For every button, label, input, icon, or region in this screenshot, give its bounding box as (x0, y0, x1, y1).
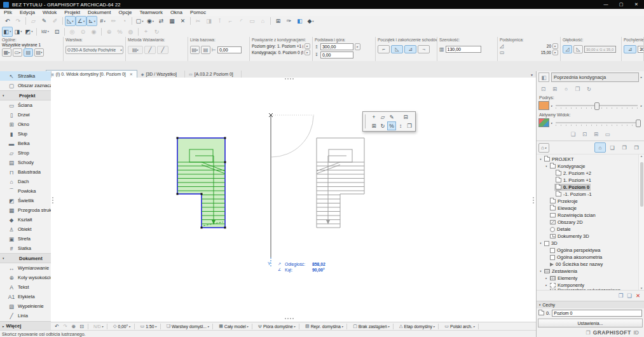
inject-parameters-icon[interactable]: ✐ (50, 16, 60, 26)
tree-item[interactable]: ▸ Elementy (537, 275, 644, 282)
mirror-icon[interactable]: % (387, 121, 396, 130)
explode-icon[interactable]: ✕ (177, 16, 188, 26)
floor-plan-canvas[interactable]: Y (51, 78, 536, 322)
menu-item[interactable]: Okna (167, 10, 186, 15)
modify-icon[interactable]: ⌂ (257, 16, 268, 26)
top-offset-flyout[interactable]: ▸ (355, 43, 360, 50)
tree-item[interactable]: 2. Poziom +2 (537, 170, 644, 177)
settings-button[interactable]: Ustawienia... (538, 319, 643, 327)
model-view-select[interactable]: ▦ Cały model ▸ (217, 324, 256, 329)
menu-item[interactable]: Widok (39, 10, 60, 15)
resize-icon[interactable]: ▭ (247, 16, 257, 26)
toolbox-item[interactable]: ▾ Projekt (0, 90, 51, 100)
menu-item[interactable]: Projekt (60, 10, 84, 15)
tree-twisty-icon[interactable]: ▸ (544, 277, 549, 280)
rotate-reference-icon[interactable]: ○ (561, 85, 571, 93)
arc-method-button[interactable]: ╱ (157, 46, 168, 54)
tree-item[interactable]: ▸ Komponenty (537, 282, 644, 289)
toolbox-item[interactable]: A Tekst (0, 282, 51, 292)
tree-scrollbar-thumb[interactable] (640, 162, 643, 207)
end-with-tread-icon[interactable]: ¬ (418, 45, 430, 53)
favorites-icon[interactable]: ◆ (305, 16, 316, 26)
suspend-groups-icon[interactable]: ◉ (145, 16, 156, 26)
toolbox-item[interactable]: ▦ Przegroda struktur... (0, 205, 51, 215)
width-input[interactable] (446, 46, 481, 53)
toolbox-item[interactable]: ⌒ Powłoka (0, 186, 51, 196)
segment-method-button[interactable]: ╱ (144, 46, 156, 54)
next-zoom-icon[interactable]: ↷ (61, 324, 69, 329)
end-with-riser-icon[interactable]: ⊿ (404, 45, 416, 53)
layer-select[interactable]: ⊙ 250-A Schody Pochylnie ▸ (65, 46, 123, 54)
pickup-parameters-icon[interactable]: ✎ (39, 16, 50, 26)
floor-plan-view-icon[interactable]: ◧ (2, 27, 13, 37)
increase-zoom-icon[interactable]: ⊕ (69, 324, 78, 329)
toolbox-item[interactable]: ⊞ Okno (0, 120, 51, 129)
layer-combination-select[interactable]: ❏ Warstwy domyśl... ▸ (165, 324, 217, 329)
move-copy-icon[interactable]: ⊞ (273, 16, 284, 26)
slider-thumb[interactable] (636, 120, 641, 127)
riser-count-flyout[interactable]: ▸ (552, 43, 558, 49)
baseline-symmetry-button[interactable]: ▤ (201, 46, 210, 54)
angle-value[interactable]: 90,00° (312, 267, 325, 273)
schedule-icon[interactable]: ▦ (167, 16, 177, 26)
toolbox-more-section[interactable]: ▸ Więcej (0, 321, 51, 330)
tree-item[interactable]: Detale (537, 226, 644, 233)
tree-twisty-icon[interactable]: ▾ (538, 270, 543, 273)
scale-select[interactable]: ▭ 1:50 ▸ (139, 324, 165, 329)
drag-reference-icon[interactable]: ❐ (573, 85, 582, 93)
toolbox-item[interactable]: ◆ Kształt (0, 215, 51, 224)
element-info-icon[interactable]: ▱ (28, 16, 39, 26)
layout-book-tab[interactable]: ❐ (619, 142, 630, 153)
trace-flyout-icon[interactable]: ▸ (641, 76, 642, 79)
tree-twisty-icon[interactable]: ▸ (544, 289, 549, 290)
intersect-icon[interactable]: ⌐ (225, 16, 236, 26)
start-with-tread-icon[interactable]: ◺ (391, 45, 403, 53)
move-reference-icon[interactable]: ⊞ (550, 85, 559, 93)
toolbox-item[interactable]: ╱ Linia (0, 311, 51, 320)
toolbox-item[interactable]: ▬ Belka (0, 139, 51, 148)
fit-view-icon[interactable]: ⊕ (104, 27, 114, 37)
top-offset-input[interactable] (320, 43, 353, 50)
tree-item[interactable]: Obszary 2D (537, 219, 644, 226)
tree-twisty-icon[interactable]: ▸ (544, 284, 549, 287)
explore-icon[interactable]: ⊙ (78, 27, 88, 37)
orientation-select[interactable]: ◇ 0,00° ▸ (111, 324, 139, 329)
menu-item[interactable]: Opcje (115, 10, 136, 15)
zoom-selection-icon[interactable]: ⊡ (51, 27, 62, 37)
orbit-icon[interactable]: ◎ (67, 27, 78, 37)
publisher-tab[interactable]: ❒ (631, 142, 642, 153)
trace-color-swatch[interactable] (538, 101, 549, 110)
trace-reference-select[interactable]: Poprzednia kondygnacja (551, 72, 639, 82)
redo-icon[interactable]: ↷ (13, 16, 24, 26)
split-icon[interactable]: ◨ (203, 16, 214, 26)
toolbox-item[interactable]: ▨ Wypełnienie (0, 301, 51, 311)
tree-item[interactable]: Dokumenty 3D (537, 233, 644, 240)
toolbox-item[interactable]: ▯ Drzwi (0, 110, 51, 120)
element-capture-icon[interactable]: ▢ (134, 16, 145, 26)
undo-icon[interactable]: ↶ (2, 16, 13, 26)
tree-item[interactable]: -1. Poziom -1 (537, 191, 644, 198)
active-view-swatch[interactable] (538, 118, 549, 127)
tree-item[interactable]: 1. Poziom +1 (537, 177, 644, 184)
properties-header[interactable]: ▾ Cechy (537, 301, 644, 308)
view-map-tab[interactable]: ❏ (606, 142, 618, 153)
top-level-flyout[interactable]: ▸ (305, 43, 310, 49)
toolbox-item[interactable]: ↖ Strzałka (0, 71, 51, 81)
clone-folder-icon[interactable]: ❐ (619, 292, 624, 299)
stair-tool-toggle[interactable]: ▤ (24, 48, 33, 57)
menu-item[interactable]: Edycja (16, 10, 39, 15)
reset-reference-icon[interactable]: ↻ (584, 85, 594, 93)
start-with-riser-icon[interactable]: ⌐ (378, 45, 390, 53)
trace-slider-flyout[interactable]: ▸ (641, 104, 642, 107)
pen-set-select[interactable]: Ψ Pióra domyślne ▸ (256, 324, 303, 329)
settings-dialog-button[interactable]: ▦▸ (2, 48, 11, 57)
multiply-icon[interactable]: ❐ (405, 121, 414, 130)
stage-select[interactable]: △ Etap domyślny ▸ (397, 324, 442, 329)
zoom-level-select[interactable]: N/D ▸ (90, 324, 111, 329)
stretch-icon[interactable]: ⊟ (401, 113, 410, 121)
tree-item[interactable]: 00 Ścieżka bez nazwy (537, 261, 644, 268)
tree-item[interactable]: Przekroje (537, 198, 644, 205)
menu-item[interactable]: Pomoc (186, 10, 210, 15)
tread-rule-toggle[interactable]: ◺ (573, 45, 583, 53)
screen-display-icon[interactable]: ▭ (603, 130, 612, 138)
